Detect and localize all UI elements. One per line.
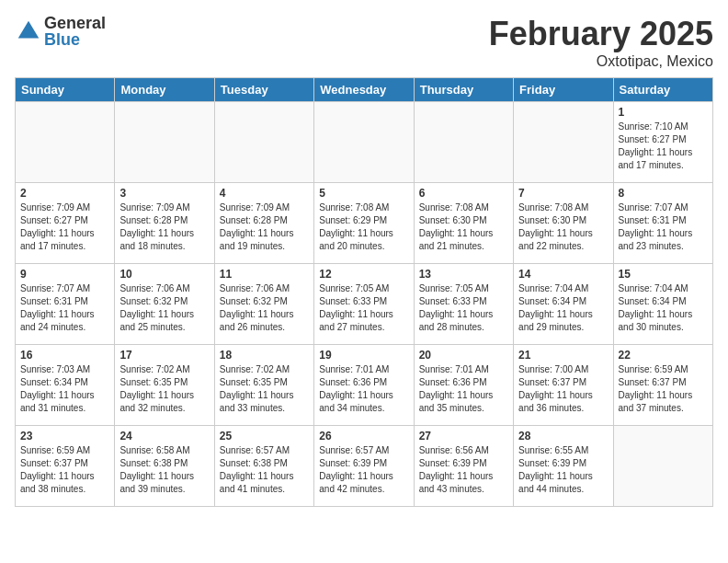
day-number: 5 (319, 187, 408, 200)
day-number: 27 (419, 430, 508, 442)
calendar-day-cell: 19Sunrise: 7:01 AM Sunset: 6:36 PM Dayli… (314, 345, 414, 426)
calendar-day-cell: 14Sunrise: 7:04 AM Sunset: 6:34 PM Dayli… (514, 264, 613, 345)
calendar-week-row: 16Sunrise: 7:03 AM Sunset: 6:34 PM Dayli… (16, 345, 713, 426)
day-number: 20 (419, 349, 508, 362)
logo-general: General (44, 15, 106, 31)
calendar-day-cell (414, 102, 513, 183)
calendar-day-cell: 16Sunrise: 7:03 AM Sunset: 6:34 PM Dayli… (16, 345, 115, 426)
day-info: Sunrise: 6:57 AM Sunset: 6:39 PM Dayligh… (319, 444, 408, 496)
calendar-day-cell (613, 426, 712, 507)
day-number: 28 (518, 430, 608, 442)
day-info: Sunrise: 6:59 AM Sunset: 6:37 PM Dayligh… (619, 363, 708, 415)
calendar-day-cell (514, 102, 613, 183)
day-info: Sunrise: 6:55 AM Sunset: 6:39 PM Dayligh… (518, 444, 608, 496)
weekday-header: Sunday (16, 78, 115, 102)
day-number: 19 (319, 349, 408, 362)
day-info: Sunrise: 7:06 AM Sunset: 6:32 PM Dayligh… (220, 282, 309, 334)
day-number: 8 (619, 187, 708, 200)
day-number: 25 (220, 430, 309, 442)
calendar-week-row: 1Sunrise: 7:10 AM Sunset: 6:27 PM Daylig… (16, 102, 713, 183)
day-number: 11 (220, 268, 309, 281)
day-info: Sunrise: 7:08 AM Sunset: 6:30 PM Dayligh… (419, 201, 508, 253)
calendar-day-cell: 27Sunrise: 6:56 AM Sunset: 6:39 PM Dayli… (414, 426, 513, 507)
calendar-day-cell: 22Sunrise: 6:59 AM Sunset: 6:37 PM Dayli… (613, 345, 712, 426)
calendar-day-cell: 11Sunrise: 7:06 AM Sunset: 6:32 PM Dayli… (214, 264, 313, 345)
day-number: 9 (20, 268, 109, 281)
calendar-day-cell (314, 102, 414, 183)
calendar-day-cell: 20Sunrise: 7:01 AM Sunset: 6:36 PM Dayli… (414, 345, 513, 426)
calendar-day-cell: 18Sunrise: 7:02 AM Sunset: 6:35 PM Dayli… (214, 345, 313, 426)
logo-text: General Blue (44, 15, 106, 48)
calendar-day-cell (16, 102, 115, 183)
day-number: 24 (119, 430, 209, 442)
day-info: Sunrise: 7:09 AM Sunset: 6:27 PM Dayligh… (20, 201, 109, 253)
day-number: 18 (220, 349, 309, 362)
day-number: 7 (518, 187, 608, 200)
calendar-day-cell: 10Sunrise: 7:06 AM Sunset: 6:32 PM Dayli… (115, 264, 214, 345)
day-info: Sunrise: 7:04 AM Sunset: 6:34 PM Dayligh… (619, 282, 708, 334)
calendar-week-row: 9Sunrise: 7:07 AM Sunset: 6:31 PM Daylig… (16, 264, 713, 345)
weekday-header: Thursday (414, 78, 513, 102)
day-number: 14 (518, 268, 608, 281)
calendar-day-cell: 8Sunrise: 7:07 AM Sunset: 6:31 PM Daylig… (613, 183, 712, 264)
calendar-day-cell: 7Sunrise: 7:08 AM Sunset: 6:30 PM Daylig… (514, 183, 613, 264)
day-number: 2 (20, 187, 109, 200)
logo-icon (15, 17, 42, 45)
calendar-day-cell: 13Sunrise: 7:05 AM Sunset: 6:33 PM Dayli… (414, 264, 513, 345)
day-info: Sunrise: 7:02 AM Sunset: 6:35 PM Dayligh… (119, 363, 209, 415)
day-info: Sunrise: 7:00 AM Sunset: 6:37 PM Dayligh… (518, 363, 608, 415)
calendar-day-cell: 17Sunrise: 7:02 AM Sunset: 6:35 PM Dayli… (115, 345, 214, 426)
day-number: 23 (20, 430, 109, 442)
day-info: Sunrise: 7:10 AM Sunset: 6:27 PM Dayligh… (619, 121, 708, 172)
month-title: February 2025 (489, 15, 713, 53)
day-info: Sunrise: 7:08 AM Sunset: 6:29 PM Dayligh… (319, 201, 408, 253)
day-info: Sunrise: 7:01 AM Sunset: 6:36 PM Dayligh… (319, 363, 408, 415)
weekday-header: Friday (514, 78, 613, 102)
logo-blue: Blue (44, 31, 106, 48)
calendar-week-row: 2Sunrise: 7:09 AM Sunset: 6:27 PM Daylig… (16, 183, 713, 264)
calendar-day-cell: 6Sunrise: 7:08 AM Sunset: 6:30 PM Daylig… (414, 183, 513, 264)
calendar-day-cell: 24Sunrise: 6:58 AM Sunset: 6:38 PM Dayli… (115, 426, 214, 507)
svg-marker-0 (18, 21, 40, 39)
calendar-table: SundayMondayTuesdayWednesdayThursdayFrid… (15, 77, 713, 507)
day-number: 4 (220, 187, 309, 200)
calendar-day-cell: 5Sunrise: 7:08 AM Sunset: 6:29 PM Daylig… (314, 183, 414, 264)
weekday-header: Monday (115, 78, 214, 102)
day-info: Sunrise: 7:08 AM Sunset: 6:30 PM Dayligh… (518, 201, 608, 253)
day-number: 21 (518, 349, 608, 362)
day-info: Sunrise: 6:57 AM Sunset: 6:38 PM Dayligh… (220, 444, 309, 496)
day-info: Sunrise: 7:03 AM Sunset: 6:34 PM Dayligh… (20, 363, 109, 415)
day-info: Sunrise: 6:58 AM Sunset: 6:38 PM Dayligh… (119, 444, 209, 496)
day-info: Sunrise: 7:06 AM Sunset: 6:32 PM Dayligh… (119, 282, 209, 334)
day-info: Sunrise: 7:09 AM Sunset: 6:28 PM Dayligh… (119, 201, 209, 253)
day-number: 6 (419, 187, 508, 200)
day-info: Sunrise: 7:05 AM Sunset: 6:33 PM Dayligh… (419, 282, 508, 334)
day-number: 13 (419, 268, 508, 281)
calendar-week-row: 23Sunrise: 6:59 AM Sunset: 6:37 PM Dayli… (16, 426, 713, 507)
day-info: Sunrise: 7:09 AM Sunset: 6:28 PM Dayligh… (220, 201, 309, 253)
day-info: Sunrise: 6:59 AM Sunset: 6:37 PM Dayligh… (20, 444, 109, 496)
calendar-day-cell: 1Sunrise: 7:10 AM Sunset: 6:27 PM Daylig… (613, 102, 712, 183)
day-number: 22 (619, 349, 708, 362)
calendar-day-cell: 28Sunrise: 6:55 AM Sunset: 6:39 PM Dayli… (514, 426, 613, 507)
day-number: 10 (119, 268, 209, 281)
page-header: General Blue February 2025 Oxtotipac, Me… (15, 15, 713, 70)
day-number: 12 (319, 268, 408, 281)
logo: General Blue (15, 15, 106, 48)
calendar-day-cell (214, 102, 313, 183)
calendar-day-cell: 3Sunrise: 7:09 AM Sunset: 6:28 PM Daylig… (115, 183, 214, 264)
title-block: February 2025 Oxtotipac, Mexico (489, 15, 713, 70)
calendar-day-cell: 4Sunrise: 7:09 AM Sunset: 6:28 PM Daylig… (214, 183, 313, 264)
day-info: Sunrise: 7:07 AM Sunset: 6:31 PM Dayligh… (619, 201, 708, 253)
day-info: Sunrise: 6:56 AM Sunset: 6:39 PM Dayligh… (419, 444, 508, 496)
calendar-day-cell: 12Sunrise: 7:05 AM Sunset: 6:33 PM Dayli… (314, 264, 414, 345)
day-number: 26 (319, 430, 408, 442)
calendar-header-row: SundayMondayTuesdayWednesdayThursdayFrid… (16, 78, 713, 102)
day-number: 16 (20, 349, 109, 362)
calendar-day-cell: 26Sunrise: 6:57 AM Sunset: 6:39 PM Dayli… (314, 426, 414, 507)
weekday-header: Wednesday (314, 78, 414, 102)
day-info: Sunrise: 7:01 AM Sunset: 6:36 PM Dayligh… (419, 363, 508, 415)
day-number: 3 (119, 187, 209, 200)
day-number: 1 (619, 106, 708, 119)
location-subtitle: Oxtotipac, Mexico (489, 53, 713, 70)
